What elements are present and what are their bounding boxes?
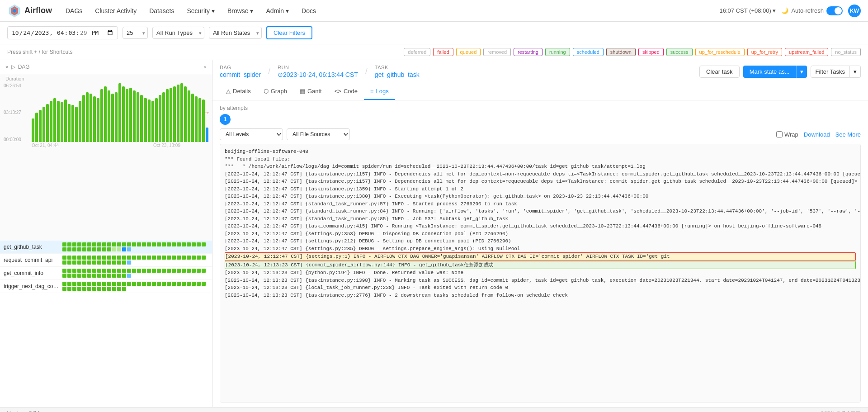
task-square-3-25[interactable] bbox=[187, 282, 191, 286]
task-square-2-5[interactable] bbox=[87, 269, 91, 273]
task-square-0-37[interactable] bbox=[102, 247, 106, 251]
task-square-0-11[interactable] bbox=[117, 242, 121, 246]
bar-34[interactable] bbox=[155, 98, 158, 142]
bar-8[interactable] bbox=[61, 102, 63, 142]
task-square-1-0[interactable] bbox=[62, 256, 66, 260]
task-row-get-commit-info[interactable]: get_commit_info bbox=[0, 267, 212, 280]
task-square-1-23[interactable] bbox=[177, 256, 181, 260]
task-square-1-19[interactable] bbox=[157, 256, 161, 260]
task-square-1-21[interactable] bbox=[167, 256, 171, 260]
task-square-0-39[interactable] bbox=[112, 247, 116, 251]
bar-36[interactable] bbox=[162, 92, 165, 142]
task-square-3-15[interactable] bbox=[137, 282, 141, 286]
task-square-1-2[interactable] bbox=[72, 256, 76, 260]
task-square-1-33[interactable] bbox=[82, 260, 86, 265]
task-square-1-17[interactable] bbox=[147, 256, 151, 260]
task-square-0-34[interactable] bbox=[87, 247, 91, 251]
task-square-2-25[interactable] bbox=[187, 269, 191, 273]
bar-40[interactable] bbox=[177, 85, 179, 142]
tab-graph[interactable]: ⬡ Graph bbox=[257, 83, 293, 100]
task-square-1-40[interactable] bbox=[117, 260, 121, 265]
task-square-3-39[interactable] bbox=[112, 287, 116, 291]
task-square-1-16[interactable] bbox=[142, 256, 146, 260]
bar-39[interactable] bbox=[173, 86, 176, 142]
badge-queued[interactable]: queued bbox=[456, 48, 481, 56]
user-avatar[interactable]: KW bbox=[848, 5, 861, 17]
task-square-0-18[interactable] bbox=[152, 242, 156, 246]
task-square-3-13[interactable] bbox=[127, 282, 131, 286]
task-square-extra-1[interactable] bbox=[127, 260, 131, 265]
task-square-2-20[interactable] bbox=[162, 269, 166, 273]
nav-docs[interactable]: Docs bbox=[299, 5, 319, 16]
bar-19[interactable] bbox=[100, 89, 103, 142]
badge-up_for_reschedule[interactable]: up_for_reschedule bbox=[695, 48, 745, 56]
task-square-2-14[interactable] bbox=[132, 269, 136, 273]
task-square-3-40[interactable] bbox=[117, 287, 121, 291]
bar-37[interactable] bbox=[166, 89, 169, 142]
wrap-checkbox-label[interactable]: Wrap bbox=[776, 131, 798, 138]
task-square-2-39[interactable] bbox=[112, 274, 116, 278]
task-square-3-18[interactable] bbox=[152, 282, 156, 286]
bar-5[interactable] bbox=[50, 101, 52, 142]
task-square-1-18[interactable] bbox=[152, 256, 156, 260]
bar-35[interactable] bbox=[159, 95, 161, 142]
task-square-0-13[interactable] bbox=[127, 242, 131, 246]
task-square-3-10[interactable] bbox=[112, 282, 116, 286]
task-square-2-28[interactable] bbox=[202, 269, 206, 273]
task-square-3-5[interactable] bbox=[87, 282, 91, 286]
task-square-2-10[interactable] bbox=[112, 269, 116, 273]
task-square-2-3[interactable] bbox=[77, 269, 81, 273]
task-square-3-9[interactable] bbox=[107, 282, 111, 286]
task-square-3-32[interactable] bbox=[77, 287, 81, 291]
task-square-0-23[interactable] bbox=[177, 242, 181, 246]
badge-no_status[interactable]: no_status bbox=[831, 48, 861, 56]
bar-31[interactable] bbox=[144, 98, 146, 142]
run-types-select[interactable]: All Run Types Manual Scheduled bbox=[152, 27, 204, 39]
bar-14[interactable] bbox=[82, 95, 85, 142]
bar-11[interactable] bbox=[71, 105, 74, 142]
task-value[interactable]: get_github_task bbox=[375, 71, 420, 78]
mark-state-arrow-button[interactable]: ▾ bbox=[796, 66, 807, 78]
badge-removed[interactable]: removed bbox=[483, 48, 511, 56]
task-square-2-2[interactable] bbox=[72, 269, 76, 273]
badge-shutdown[interactable]: shutdown bbox=[606, 48, 636, 56]
task-square-3-0[interactable] bbox=[62, 282, 66, 286]
task-square-1-13[interactable] bbox=[127, 256, 131, 260]
task-square-extra-0[interactable] bbox=[127, 247, 131, 251]
run-count-select[interactable]: 25 50 100 bbox=[123, 27, 148, 39]
task-square-0-27[interactable] bbox=[197, 242, 201, 246]
task-square-0-38[interactable] bbox=[107, 247, 111, 251]
task-square-3-20[interactable] bbox=[162, 282, 166, 286]
current-time[interactable]: 16:07 CST (+08:00) ▾ bbox=[720, 7, 776, 14]
bar-22[interactable] bbox=[111, 94, 114, 142]
task-square-1-35[interactable] bbox=[92, 260, 96, 265]
task-square-1-36[interactable] bbox=[97, 260, 101, 265]
badge-running[interactable]: running bbox=[545, 48, 570, 56]
task-square-2-21[interactable] bbox=[167, 269, 171, 273]
task-square-2-24[interactable] bbox=[182, 269, 186, 273]
task-square-2-33[interactable] bbox=[82, 274, 86, 278]
see-more-button[interactable]: See More bbox=[835, 131, 861, 138]
task-square-0-0[interactable] bbox=[62, 242, 66, 246]
task-square-1-31[interactable] bbox=[72, 260, 76, 265]
tab-details[interactable]: △ Details bbox=[220, 83, 257, 100]
nav-cluster-activity[interactable]: Cluster Activity bbox=[92, 5, 139, 16]
task-square-1-7[interactable] bbox=[97, 256, 101, 260]
task-square-3-17[interactable] bbox=[147, 282, 151, 286]
bar-1[interactable] bbox=[35, 113, 38, 142]
task-square-2-23[interactable] bbox=[177, 269, 181, 273]
task-square-1-3[interactable] bbox=[77, 256, 81, 260]
task-square-2-11[interactable] bbox=[117, 269, 121, 273]
task-square-0-32[interactable] bbox=[77, 247, 81, 251]
task-square-3-24[interactable] bbox=[182, 282, 186, 286]
badge-restarting[interactable]: restarting bbox=[514, 48, 542, 56]
task-square-3-2[interactable] bbox=[72, 282, 76, 286]
bar-45[interactable] bbox=[195, 96, 198, 142]
task-square-2-7[interactable] bbox=[97, 269, 101, 273]
task-square-2-31[interactable] bbox=[72, 274, 76, 278]
task-square-3-3[interactable] bbox=[77, 282, 81, 286]
bar-6[interactable] bbox=[53, 98, 56, 142]
task-square-0-17[interactable] bbox=[147, 242, 151, 246]
task-square-1-29[interactable] bbox=[62, 260, 66, 265]
run-value[interactable]: ⊙2023-10-24, 06:13:44 CST bbox=[278, 71, 358, 78]
